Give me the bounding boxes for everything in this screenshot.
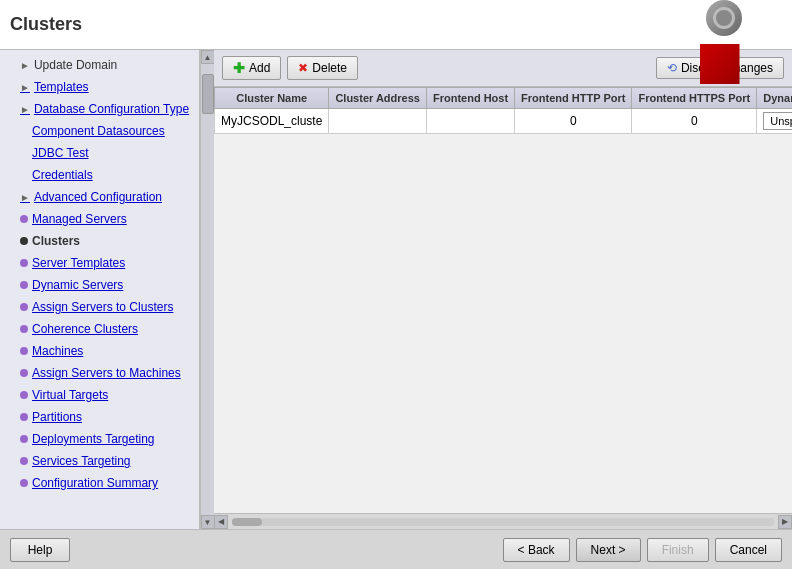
col-dynamic-server-groups: Dynamic Server Groups xyxy=(757,88,792,109)
oracle-red-block xyxy=(700,44,740,84)
arrow-icon: ► xyxy=(20,60,30,71)
sidebar-label-machines: Machines xyxy=(32,344,83,358)
hscroll-area: ◀ ▶ xyxy=(214,513,792,529)
help-label: Help xyxy=(28,543,53,557)
sidebar-item-clusters: Clusters xyxy=(0,230,199,252)
table-area: Cluster Name Cluster Address Frontend Ho… xyxy=(214,87,792,513)
cell-cluster-name[interactable]: MyJCSODL_cluste xyxy=(215,109,329,134)
cell-frontend-host[interactable] xyxy=(426,109,514,134)
sidebar-label-assign-machines: Assign Servers to Machines xyxy=(32,366,181,380)
col-cluster-name: Cluster Name xyxy=(215,88,329,109)
sidebar-label-db-config: Database Configuration Type xyxy=(34,102,189,116)
table-row: MyJCSODL_cluste 0 xyxy=(215,109,793,134)
next-button[interactable]: Next > xyxy=(576,538,641,562)
sidebar-label-coherence: Coherence Clusters xyxy=(32,322,138,336)
scroll-thumb[interactable] xyxy=(202,74,214,114)
dot-icon xyxy=(20,215,28,223)
sidebar-label-partitions: Partitions xyxy=(32,410,82,424)
sidebar-item-advanced-config[interactable]: ► Advanced Configuration xyxy=(0,186,199,208)
sidebar-item-managed-servers[interactable]: Managed Servers xyxy=(0,208,199,230)
oracle-icon xyxy=(706,0,742,36)
sidebar: ► Update Domain ► Templates ► Database C… xyxy=(0,50,200,529)
table-header-row: Cluster Name Cluster Address Frontend Ho… xyxy=(215,88,793,109)
scroll-up-arrow[interactable]: ▲ xyxy=(201,50,215,64)
main-window: Clusters ORACLE FUSION MIDDLEWARE ► Upda… xyxy=(0,0,792,569)
finish-button: Finish xyxy=(647,538,709,562)
col-frontend-host: Frontend Host xyxy=(426,88,514,109)
clusters-table: Cluster Name Cluster Address Frontend Ho… xyxy=(214,87,792,134)
sidebar-label-credentials: Credentials xyxy=(32,168,93,182)
cell-frontend-http-port[interactable]: 0 xyxy=(515,109,632,134)
scroll-thumb-area xyxy=(201,64,214,515)
sidebar-label-assign-servers-clusters: Assign Servers to Clusters xyxy=(32,300,173,314)
sidebar-label-deployments-targeting: Deployments Targeting xyxy=(32,432,155,446)
sidebar-item-machines[interactable]: Machines xyxy=(0,340,199,362)
sidebar-label-advanced: Advanced Configuration xyxy=(34,190,162,204)
add-label: Add xyxy=(249,61,270,75)
oracle-icon-inner xyxy=(713,7,735,29)
sidebar-item-services-targeting[interactable]: Services Targeting xyxy=(0,450,199,472)
sidebar-item-assign-servers-clusters[interactable]: Assign Servers to Clusters xyxy=(0,296,199,318)
footer-right: < Back Next > Finish Cancel xyxy=(503,538,782,562)
sidebar-item-credentials[interactable]: Credentials xyxy=(0,164,199,186)
col-frontend-http-port: Frontend HTTP Port xyxy=(515,88,632,109)
scroll-down-arrow[interactable]: ▼ xyxy=(201,515,215,529)
cell-frontend-https-port[interactable]: 0 xyxy=(632,109,757,134)
body-area: ► Update Domain ► Templates ► Database C… xyxy=(0,50,792,529)
sidebar-label-jdbc: JDBC Test xyxy=(32,146,88,160)
delete-button[interactable]: ✖ Delete xyxy=(287,56,358,80)
sidebar-item-jdbc-test[interactable]: JDBC Test xyxy=(0,142,199,164)
discard-icon: ⟲ xyxy=(667,61,677,75)
dot-icon xyxy=(20,369,28,377)
sidebar-item-partitions[interactable]: Partitions xyxy=(0,406,199,428)
delete-label: Delete xyxy=(312,61,347,75)
hscroll-right-arrow[interactable]: ▶ xyxy=(778,515,792,529)
sidebar-label-managed-servers: Managed Servers xyxy=(32,212,127,226)
sidebar-label-dynamic-servers: Dynamic Servers xyxy=(32,278,123,292)
back-button[interactable]: < Back xyxy=(503,538,570,562)
sidebar-item-coherence-clusters[interactable]: Coherence Clusters xyxy=(0,318,199,340)
sidebar-vscrollbar: ▲ ▼ xyxy=(200,50,214,529)
next-label: Next > xyxy=(591,543,626,557)
dot-icon xyxy=(20,457,28,465)
add-button[interactable]: ✚ Add xyxy=(222,56,281,80)
dot-icon xyxy=(20,479,28,487)
dot-icon xyxy=(20,391,28,399)
arrow-icon: ► xyxy=(20,104,30,115)
dot-icon xyxy=(20,325,28,333)
hscroll-left-arrow[interactable]: ◀ xyxy=(214,515,228,529)
sidebar-label-datasources: Component Datasources xyxy=(32,124,165,138)
dot-icon xyxy=(20,259,28,267)
header: Clusters ORACLE FUSION MIDDLEWARE xyxy=(0,0,792,50)
arrow-icon: ► xyxy=(20,192,30,203)
back-label: < Back xyxy=(518,543,555,557)
sidebar-item-update-domain[interactable]: ► Update Domain xyxy=(0,54,199,76)
col-frontend-https-port: Frontend HTTPS Port xyxy=(632,88,757,109)
sidebar-label-services-targeting: Services Targeting xyxy=(32,454,131,468)
sidebar-item-dynamic-servers[interactable]: Dynamic Servers xyxy=(0,274,199,296)
sidebar-label-clusters: Clusters xyxy=(32,234,80,248)
sidebar-label-update-domain: Update Domain xyxy=(34,58,117,72)
cancel-label: Cancel xyxy=(730,543,767,557)
sidebar-item-server-templates[interactable]: Server Templates xyxy=(0,252,199,274)
help-button[interactable]: Help xyxy=(10,538,70,562)
delete-icon: ✖ xyxy=(298,61,308,75)
sidebar-item-component-datasources[interactable]: Component Datasources xyxy=(0,120,199,142)
cancel-button[interactable]: Cancel xyxy=(715,538,782,562)
sidebar-item-deployments-targeting[interactable]: Deployments Targeting xyxy=(0,428,199,450)
dot-icon xyxy=(20,303,28,311)
page-title: Clusters xyxy=(10,14,82,35)
sidebar-label-config-summary: Configuration Summary xyxy=(32,476,158,490)
dot-icon xyxy=(20,237,28,245)
sidebar-label-virtual-targets: Virtual Targets xyxy=(32,388,108,402)
cell-cluster-address[interactable] xyxy=(329,109,427,134)
dot-icon xyxy=(20,281,28,289)
sidebar-item-virtual-targets[interactable]: Virtual Targets xyxy=(0,384,199,406)
sidebar-item-assign-servers-machines[interactable]: Assign Servers to Machines xyxy=(0,362,199,384)
sidebar-item-db-config-type[interactable]: ► Database Configuration Type xyxy=(0,98,199,120)
sidebar-item-templates[interactable]: ► Templates xyxy=(0,76,199,98)
dynamic-server-groups-dropdown[interactable]: Unspecified ClusterA ClusterB xyxy=(763,112,792,130)
sidebar-item-config-summary[interactable]: Configuration Summary xyxy=(0,472,199,494)
dot-icon xyxy=(20,435,28,443)
hscroll-thumb[interactable] xyxy=(232,518,262,526)
